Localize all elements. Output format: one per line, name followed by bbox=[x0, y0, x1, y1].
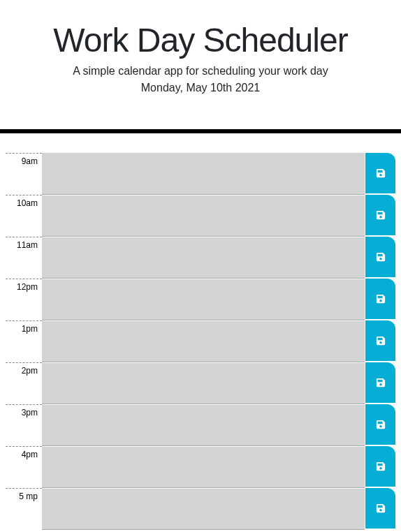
time-block-5pm: 5 mp bbox=[6, 488, 395, 530]
time-block-11am: 11am bbox=[6, 237, 395, 279]
event-input-10am[interactable] bbox=[42, 195, 365, 237]
divider bbox=[0, 129, 401, 133]
event-input-5pm[interactable] bbox=[42, 488, 365, 530]
save-icon bbox=[376, 294, 386, 304]
hour-label: 10am bbox=[6, 195, 42, 237]
hour-label: 1pm bbox=[6, 320, 42, 362]
time-block-12pm: 12pm bbox=[6, 279, 395, 320]
hour-label: 3pm bbox=[6, 404, 42, 446]
time-block-2pm: 2pm bbox=[6, 362, 395, 404]
save-icon bbox=[376, 461, 386, 471]
current-day: Monday, May 10th 2021 bbox=[14, 82, 387, 94]
hour-label: 4pm bbox=[6, 446, 42, 488]
save-icon bbox=[376, 168, 386, 178]
page-subtitle: A simple calendar app for scheduling you… bbox=[14, 65, 387, 77]
event-input-9am[interactable] bbox=[42, 153, 365, 195]
page-title: Work Day Scheduler bbox=[14, 21, 387, 59]
save-button-11am[interactable] bbox=[365, 237, 395, 277]
save-button-1pm[interactable] bbox=[365, 320, 395, 361]
save-button-3pm[interactable] bbox=[365, 404, 395, 445]
save-icon bbox=[376, 252, 386, 262]
save-button-10am[interactable] bbox=[365, 195, 395, 235]
time-block-9am: 9am bbox=[6, 153, 395, 195]
event-input-4pm[interactable] bbox=[42, 446, 365, 488]
time-block-1pm: 1pm bbox=[6, 320, 395, 362]
hour-label: 2pm bbox=[6, 362, 42, 404]
hour-label: 11am bbox=[6, 237, 42, 279]
save-button-9am[interactable] bbox=[365, 153, 395, 193]
save-button-4pm[interactable] bbox=[365, 446, 395, 487]
save-icon bbox=[376, 378, 386, 387]
hour-label: 5 mp bbox=[6, 488, 42, 530]
save-button-2pm[interactable] bbox=[365, 362, 395, 403]
save-button-12pm[interactable] bbox=[365, 279, 395, 319]
schedule-container: 9am 10am 11am 12pm 1pm 2pm bbox=[0, 153, 401, 530]
event-input-1pm[interactable] bbox=[42, 320, 365, 362]
hour-label: 9am bbox=[6, 153, 42, 195]
event-input-2pm[interactable] bbox=[42, 362, 365, 404]
save-icon bbox=[376, 420, 386, 429]
header: Work Day Scheduler A simple calendar app… bbox=[0, 0, 401, 122]
save-icon bbox=[376, 503, 386, 513]
save-button-5pm[interactable] bbox=[365, 488, 395, 529]
save-icon bbox=[376, 336, 386, 346]
time-block-3pm: 3pm bbox=[6, 404, 395, 446]
event-input-11am[interactable] bbox=[42, 237, 365, 279]
hour-label: 12pm bbox=[6, 279, 42, 320]
event-input-3pm[interactable] bbox=[42, 404, 365, 446]
event-input-12pm[interactable] bbox=[42, 279, 365, 320]
time-block-4pm: 4pm bbox=[6, 446, 395, 488]
time-block-10am: 10am bbox=[6, 195, 395, 237]
save-icon bbox=[376, 210, 386, 220]
